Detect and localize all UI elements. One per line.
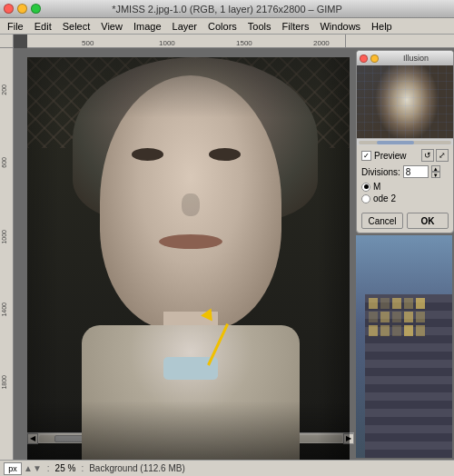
window (380, 312, 390, 322)
mode2-label: ode 2 (373, 193, 396, 203)
illusion-scrollbar[interactable] (357, 138, 453, 145)
divisions-label: Divisions: (361, 167, 400, 177)
ruler-top: 500 1000 1500 2000 (27, 35, 345, 48)
menu-edit[interactable]: Edit (29, 20, 57, 33)
right-ruler-top (345, 35, 454, 48)
window-title: *JMISS 2.jpg-1.0 (RGB, 1 layer) 2176x280… (112, 4, 342, 15)
spin-down-button[interactable]: ▼ (431, 172, 440, 178)
window (416, 312, 425, 322)
photo-overlay (27, 57, 350, 460)
gimp-container: 500 1000 1500 2000 200 600 1000 1400 180… (0, 35, 454, 476)
window (404, 312, 413, 322)
ruler-mark-2000: 2000 (313, 39, 330, 47)
window (404, 298, 413, 309)
preview-icons: ↺ ⤢ (421, 149, 449, 162)
spin-up-button[interactable]: ▲ (431, 165, 440, 172)
menu-view[interactable]: View (95, 20, 128, 33)
right-panel: Illusion (354, 48, 454, 460)
unit-input[interactable] (4, 462, 22, 475)
bow-tie (163, 357, 218, 380)
unit-arrows[interactable]: ▲▼ (24, 463, 42, 473)
ruler-corner (0, 35, 14, 48)
menu-select[interactable]: Select (57, 20, 96, 33)
illusion-scroll-track[interactable] (359, 141, 451, 144)
menu-help[interactable]: Help (366, 20, 398, 33)
window (404, 325, 413, 336)
building-photo (356, 235, 452, 458)
ruler-left: 200 600 1000 1400 1800 (0, 48, 14, 460)
illusion-preview-image (357, 65, 453, 138)
minimize-button[interactable] (17, 4, 27, 14)
menu-file[interactable]: File (2, 20, 29, 33)
window (392, 325, 401, 336)
unit-section: ▲▼ (4, 462, 42, 475)
window (369, 298, 378, 309)
menu-tools[interactable]: Tools (242, 20, 277, 33)
main-workspace: 200 600 1000 1400 1800 (0, 48, 454, 460)
window (416, 325, 425, 336)
fit-icon[interactable]: ⤢ (436, 149, 449, 162)
dialog-buttons: Cancel OK (357, 209, 453, 233)
menu-filters[interactable]: Filters (277, 20, 315, 33)
illusion-close-button[interactable] (360, 55, 368, 63)
building-windows (365, 294, 452, 421)
photo-canvas: Adjust Divisions (27, 57, 350, 460)
cancel-button[interactable]: Cancel (361, 213, 403, 229)
maximize-button[interactable] (31, 4, 41, 14)
mode1-radio-dot (364, 184, 369, 189)
title-bar-buttons (4, 4, 41, 14)
mode2-radio-row: ode 2 (361, 193, 449, 203)
status-separator: : (47, 463, 50, 473)
canvas-area: Adjust Divisions ◀ ▶ (14, 48, 354, 460)
mode1-radio-row: M (361, 182, 449, 192)
window (416, 298, 425, 309)
mode2-radio[interactable] (361, 194, 370, 203)
divisions-row: Divisions: 8 ▲ ▼ (361, 165, 449, 178)
window (369, 312, 378, 322)
window (380, 298, 390, 309)
status-bar: ▲▼ : 25 % : Background (112.6 MB) (0, 460, 454, 476)
layer-info: Background (112.6 MB) (89, 463, 185, 473)
preview-checkbox[interactable]: ✓ (361, 151, 371, 161)
preview-label: Preview (374, 151, 407, 161)
ruler-mark-500: 500 (82, 39, 94, 47)
menu-layer[interactable]: Layer (167, 20, 203, 33)
title-bar: *JMISS 2.jpg-1.0 (RGB, 1 layer) 2176x280… (0, 0, 454, 18)
menu-colors[interactable]: Colors (202, 20, 242, 33)
close-button[interactable] (4, 4, 14, 14)
illusion-dialog: Illusion (356, 50, 454, 233)
mode1-label: M (373, 182, 380, 192)
building (365, 294, 452, 458)
preview-row: ✓ Preview ↺ ⤢ (361, 149, 449, 162)
divisions-spinner: ▲ ▼ (431, 165, 440, 178)
window (380, 325, 390, 336)
menu-image[interactable]: Image (128, 20, 167, 33)
zoom-level: 25 % (55, 463, 76, 473)
ruler-mark-1500: 1500 (236, 39, 252, 47)
illusion-title: Illusion (381, 54, 450, 63)
window (392, 312, 401, 322)
menu-bar: File Edit Select View Image Layer Colors… (0, 18, 454, 35)
reset-icon[interactable]: ↺ (421, 149, 434, 162)
illusion-body: ✓ Preview ↺ ⤢ Divisions: 8 ▲ ▼ (357, 145, 453, 209)
mode1-radio[interactable] (361, 183, 370, 192)
window (369, 325, 378, 336)
illusion-title-bar: Illusion (357, 51, 453, 65)
ruler-mark-1000: 1000 (159, 39, 175, 47)
window (392, 298, 401, 309)
status-separator2: : (81, 463, 84, 473)
menu-windows[interactable]: Windows (314, 20, 366, 33)
illusion-minimize-button[interactable] (370, 55, 379, 63)
divisions-value[interactable]: 8 (403, 165, 429, 178)
ok-button[interactable]: OK (407, 213, 449, 229)
illusion-scroll-thumb[interactable] (377, 141, 414, 144)
